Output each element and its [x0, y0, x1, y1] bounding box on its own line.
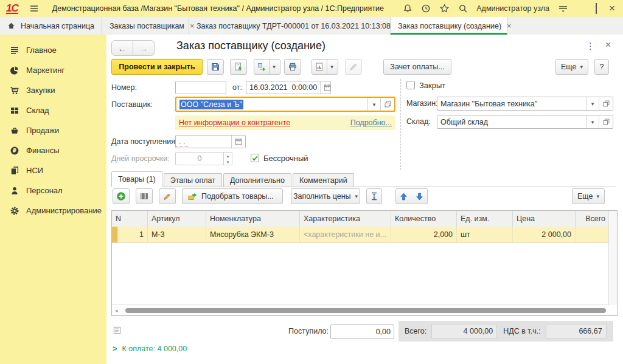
number-input[interactable] — [175, 81, 226, 94]
col-price[interactable]: Цена — [513, 211, 576, 227]
table-vertical-scrollbar[interactable] — [608, 211, 617, 305]
received-input[interactable]: 0,00 — [330, 325, 394, 339]
summary-list-icon[interactable] — [113, 326, 122, 335]
more-caret: ▾ — [580, 64, 583, 70]
sidebar-item-marketing[interactable]: Маркетинг — [0, 60, 106, 80]
create-based-on-button[interactable]: ▾ — [254, 59, 280, 75]
tab-home[interactable]: Начальная страница — [0, 17, 102, 35]
sidebar-item-administration[interactable]: Администрирование — [0, 201, 106, 221]
svg-text:₽: ₽ — [13, 148, 16, 154]
main-menu-icon[interactable] — [29, 4, 39, 13]
tab-supplier-order-new[interactable]: Заказ поставщику (создание) × — [391, 17, 507, 35]
form-close-icon[interactable]: × — [605, 39, 611, 50]
supplier-open-icon[interactable] — [380, 98, 394, 111]
tab-goods[interactable]: Товары (1) — [111, 171, 162, 187]
back-button[interactable]: ← — [111, 40, 133, 56]
store-open-icon[interactable] — [599, 97, 613, 110]
col-quantity[interactable]: Количество — [391, 211, 457, 227]
pick-goods-button[interactable]: Подобрать товары... — [182, 188, 283, 204]
sidebar-item-nsi[interactable]: НСИ — [0, 160, 106, 180]
books-icon — [10, 166, 19, 176]
offset-payment-button[interactable]: Зачет оплаты... — [383, 59, 451, 75]
tab-additional[interactable]: Дополнительно — [223, 173, 291, 187]
sidebar-item-warehouse[interactable]: Склад — [0, 100, 106, 120]
sidebar-item-personnel[interactable]: Персонал — [0, 180, 106, 201]
forward-button[interactable]: → — [133, 40, 155, 56]
history-clock-icon[interactable] — [421, 4, 431, 13]
move-row-up-button[interactable] — [395, 188, 412, 204]
termless-checkbox[interactable] — [251, 154, 259, 162]
warehouse-open-icon[interactable] — [599, 115, 613, 128]
sidebar-item-sales[interactable]: Продажи — [0, 120, 106, 140]
maximize-button[interactable] — [593, 5, 600, 12]
spinner-up-icon[interactable]: ▴ — [224, 153, 232, 159]
spinner-down-icon[interactable]: ▾ — [224, 159, 232, 165]
service-menu-icon[interactable] — [558, 4, 568, 13]
tab-close-icon[interactable]: × — [507, 23, 512, 29]
table-more-button[interactable]: Еще ▾ — [572, 188, 605, 204]
person-icon — [10, 186, 19, 196]
store-dropdown-caret[interactable]: ▾ — [586, 97, 599, 110]
col-total[interactable]: Всего — [576, 211, 609, 227]
create-based-on-caret[interactable]: ▾ — [269, 60, 279, 74]
scrollbar-thumb[interactable] — [125, 308, 606, 313]
notifications-bell-icon[interactable] — [403, 4, 412, 13]
closed-checkbox[interactable] — [406, 81, 415, 89]
post-document-button[interactable] — [230, 59, 247, 75]
search-icon[interactable] — [458, 4, 468, 13]
supplier-input[interactable]: ООО "Слеза и Ъ" ▾ — [175, 97, 395, 112]
edit-button[interactable] — [345, 59, 362, 75]
help-button[interactable]: ? — [594, 59, 609, 75]
move-row-down-button[interactable] — [411, 188, 428, 204]
sidebar-item-label: Продажи — [26, 126, 59, 135]
add-plus-icon — [116, 191, 126, 201]
tab-supplier-order-tdrt[interactable]: Заказ поставщику ТДРТ-000001 от 16.03.20… — [189, 17, 391, 35]
close-window-button[interactable]: × — [608, 5, 616, 12]
form-kebab-icon[interactable]: ⋮ — [586, 41, 595, 52]
store-input[interactable]: Магазин "Бытовая техника" ▾ — [437, 97, 613, 111]
receipt-date-input[interactable]: . . — [175, 135, 246, 148]
sidebar-item-purchases[interactable]: Закупки — [0, 80, 106, 100]
warning-text[interactable]: Нет информации о контрагенте — [179, 118, 290, 127]
gear-icon — [10, 206, 19, 216]
reports-caret[interactable]: ▾ — [327, 60, 336, 74]
receipt-calendar-icon[interactable] — [231, 136, 245, 148]
overdue-days-input[interactable]: 0 ▴ ▾ — [175, 152, 232, 165]
cell-characteristic: <характеристики не и... — [300, 227, 391, 242]
sidebar-item-finance[interactable]: ₽ Финансы — [0, 140, 106, 160]
reports-button[interactable]: ▾ — [312, 59, 338, 75]
tab-supplier-orders-list[interactable]: Заказы поставщикам × — [102, 17, 189, 35]
create-based-on-icon — [257, 62, 266, 72]
post-and-close-button[interactable]: Провести и закрыть — [111, 59, 203, 75]
details-link[interactable]: Подробно... — [350, 118, 392, 127]
sidebar-item-main[interactable]: Главное — [0, 40, 106, 60]
warehouse-input[interactable]: Общий склад ▾ — [437, 115, 613, 129]
col-nomenclature[interactable]: Номенклатура — [206, 211, 300, 227]
store-label: Магазин: — [406, 97, 438, 110]
tab-comment[interactable]: Комментарий — [293, 173, 354, 187]
col-n[interactable]: N — [112, 211, 148, 227]
pie-chart-icon — [10, 66, 19, 75]
scroll-left-icon[interactable]: ◂ — [115, 307, 118, 314]
col-characteristic[interactable]: Характеристика — [300, 211, 391, 227]
form-more-button[interactable]: Еще ▾ — [555, 59, 588, 75]
save-button[interactable] — [207, 59, 224, 75]
date-input[interactable]: 16.03.2021 0:00:00 — [246, 81, 331, 94]
col-article[interactable]: Артикул — [148, 211, 206, 227]
print-button[interactable] — [284, 59, 301, 75]
add-row-button[interactable] — [113, 188, 130, 204]
edit-row-button[interactable] — [159, 188, 176, 204]
col-unit[interactable]: Ед. изм. — [457, 211, 513, 227]
fill-prices-button[interactable]: Заполнить цены ▾ — [291, 188, 360, 204]
warehouse-dropdown-caret[interactable]: ▾ — [586, 115, 599, 128]
to-pay-link[interactable]: > К оплате: 4 000,00 — [113, 344, 187, 353]
favorites-star-icon[interactable] — [439, 4, 450, 13]
supplier-dropdown-caret[interactable]: ▾ — [367, 98, 380, 111]
column-splitter[interactable] — [400, 79, 401, 170]
table-row[interactable]: 1 М-3 Мясорубка ЭКМ-3 <характеристики не… — [112, 227, 609, 243]
tab-payment-stages[interactable]: Этапы оплат — [164, 173, 222, 187]
calendar-icon[interactable] — [320, 81, 331, 94]
expand-rows-button[interactable] — [366, 188, 382, 204]
barcode-scan-button[interactable] — [136, 188, 153, 204]
table-horizontal-scrollbar[interactable]: ◂ — [112, 304, 609, 315]
